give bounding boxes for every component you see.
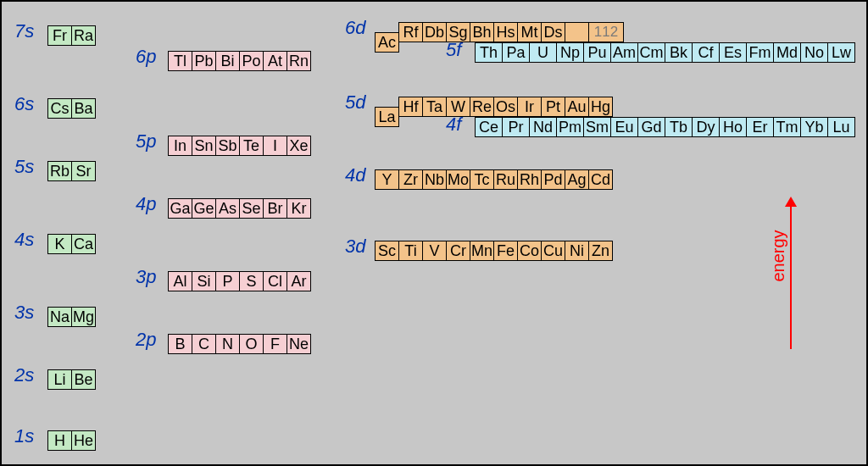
element-ni: Ni (565, 241, 589, 261)
element-br: Br (263, 198, 287, 219)
element-ge: Ge (192, 198, 216, 219)
element-tl: Tl (168, 51, 192, 71)
element-ac: Ac (375, 32, 399, 53)
label-4f: 4f (446, 114, 461, 136)
element-i: I (263, 136, 287, 156)
element-dy: Dy (692, 117, 720, 137)
2s-row: LiBe (47, 369, 96, 390)
element-f: F (263, 334, 287, 354)
label-5s: 5s (14, 156, 34, 178)
element-bi: Bi (215, 51, 240, 71)
element-mt: Mt (517, 22, 542, 42)
element-lu: Lu (827, 117, 855, 137)
element-pu: Pu (583, 42, 611, 63)
element-po: Po (239, 51, 264, 71)
element-no: No (800, 42, 828, 63)
element-gd: Gd (637, 117, 665, 137)
label-4s: 4s (14, 229, 34, 251)
element-fm: Fm (746, 42, 774, 63)
element-pt: Pt (541, 97, 565, 117)
5d-lead-row: La (375, 107, 399, 127)
element-tb: Tb (665, 117, 693, 137)
element-ar: Ar (287, 271, 311, 291)
4d-row: YZrNbMoTcRuRhPdAgCd (375, 169, 613, 190)
element-pa: Pa (502, 42, 530, 63)
element-k: K (47, 234, 72, 254)
element-ra: Ra (71, 25, 96, 46)
element-cl: Cl (263, 271, 287, 291)
element-si: Si (192, 271, 216, 291)
element-ba: Ba (71, 98, 96, 119)
element-bk: Bk (665, 42, 693, 63)
element-db: Db (422, 22, 447, 42)
element-sb: Sb (215, 136, 240, 156)
element-al: Al (168, 271, 192, 291)
element-th: Th (475, 42, 503, 63)
6s-row: CsBa (47, 98, 96, 119)
element-la: La (375, 107, 399, 127)
7s-row: FrRa (47, 25, 96, 46)
label-3d: 3d (345, 236, 365, 258)
label-6s: 6s (14, 93, 34, 115)
element-zn: Zn (588, 241, 613, 261)
1s-row: HHe (47, 430, 96, 451)
label-5f: 5f (446, 39, 461, 61)
element-n: N (215, 334, 240, 354)
element-v: V (422, 241, 447, 261)
element-rh: Rh (517, 169, 542, 190)
element-eu: Eu (610, 117, 638, 137)
element-ga: Ga (168, 198, 192, 219)
element-cm: Cm (637, 42, 665, 63)
element-cr: Cr (446, 241, 470, 261)
element-hs: Hs (493, 22, 518, 42)
element-ta: Ta (422, 97, 447, 117)
label-2s: 2s (14, 364, 34, 386)
5s-row: RbSr (47, 161, 96, 181)
3p-row: AlSiPSClAr (168, 271, 311, 291)
element-tm: Tm (773, 117, 801, 137)
label-5d: 5d (345, 92, 365, 114)
element-rb: Rb (47, 161, 72, 181)
element-ca: Ca (71, 234, 96, 254)
element-nd: Nd (529, 117, 557, 137)
element-ho: Ho (719, 117, 747, 137)
label-4d: 4d (345, 164, 365, 186)
label-6d: 6d (345, 17, 365, 39)
element-sn: Sn (192, 136, 216, 156)
element-sc: Sc (375, 241, 399, 261)
element-es: Es (719, 42, 747, 63)
label-3p: 3p (136, 266, 156, 288)
6d-lead-row: Ac (375, 32, 399, 53)
element-as: As (215, 198, 240, 219)
element-b: B (168, 334, 192, 354)
element-cu: Cu (541, 241, 565, 261)
element-p: P (215, 271, 240, 291)
element-md: Md (773, 42, 801, 63)
element-pb: Pb (192, 51, 216, 71)
3d-row: ScTiVCrMnFeCoCuNiZn (375, 241, 613, 261)
element-rf: Rf (398, 22, 423, 42)
element-y: Y (375, 169, 399, 190)
label-3s: 3s (14, 302, 34, 324)
element-tc: Tc (470, 169, 494, 190)
element-na: Na (47, 307, 72, 327)
element-u: U (529, 42, 557, 63)
element-pm: Pm (556, 117, 584, 137)
2p-row: BCNOFNe (168, 334, 311, 354)
element-ne: Ne (287, 334, 311, 354)
element-cf: Cf (692, 42, 720, 63)
element-au: Au (565, 97, 589, 117)
element-kr: Kr (287, 198, 311, 219)
label-2p: 2p (136, 329, 156, 351)
element-fr: Fr (47, 25, 72, 46)
element-co: Co (517, 241, 542, 261)
element-h: H (47, 430, 72, 451)
3s-row: NaMg (47, 307, 96, 327)
element-ti: Ti (398, 241, 423, 261)
4s-row: KCa (47, 234, 96, 254)
element-np: Np (556, 42, 584, 63)
element-yb: Yb (800, 117, 828, 137)
element-hg: Hg (588, 97, 613, 117)
element-he: He (71, 430, 96, 451)
element-112: 112 (588, 22, 624, 42)
